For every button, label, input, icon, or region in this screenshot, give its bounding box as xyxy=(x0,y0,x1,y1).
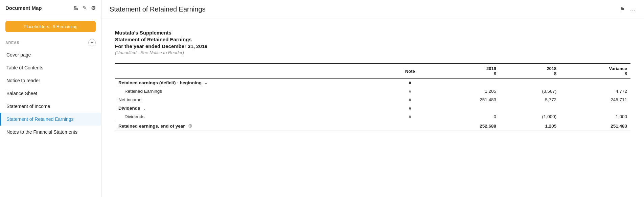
areas-header: AREAS + xyxy=(0,37,101,48)
statement-title: Statement of Retained Earnings xyxy=(115,37,630,42)
row-desc: Retained earnings (deficit) - beginning … xyxy=(115,79,387,87)
header-icons: ⚑ … xyxy=(620,6,636,13)
row-2018: (1,000) xyxy=(500,112,560,121)
row-desc: Dividends xyxy=(115,112,387,121)
row-note xyxy=(387,121,434,131)
table-row: Net income # 251,483 5,772 245,711 xyxy=(115,95,630,104)
table-header-row: Note 2019 $ 2018 $ Variance $ xyxy=(115,64,630,79)
row-2019 xyxy=(434,104,500,112)
row-note: # xyxy=(387,112,434,121)
row-variance: 245,711 xyxy=(560,95,630,104)
row-note: # xyxy=(387,95,434,104)
sidebar-header: Document Map 🖶 ✎ ⚙ xyxy=(0,0,101,16)
chevron-down-icon[interactable]: ⌄ xyxy=(204,81,207,85)
row-desc: Net income xyxy=(115,95,387,104)
row-2019: 251,483 xyxy=(434,95,500,104)
period: For the year ended December 31, 2019 xyxy=(115,43,630,49)
settings-icon[interactable]: ⚙ xyxy=(91,5,96,11)
add-area-button[interactable]: + xyxy=(88,39,96,46)
main-content: Statement of Retained Earnings ⚑ … Musta… xyxy=(101,0,644,197)
row-variance xyxy=(560,104,630,112)
row-2018 xyxy=(500,79,560,87)
areas-label: AREAS xyxy=(5,41,19,45)
table-row: Retained earnings (deficit) - beginning … xyxy=(115,79,630,87)
nav-list: Cover page Table of Contents Notice to r… xyxy=(0,48,101,138)
chevron-down-icon[interactable]: ⌄ xyxy=(143,106,146,110)
row-desc: Retained earnings, end of year ⊕ xyxy=(115,121,387,131)
flag-icon[interactable]: ⚑ xyxy=(620,6,625,13)
row-2018: 1,205 xyxy=(500,121,560,131)
row-variance: 251,483 xyxy=(560,121,630,131)
sidebar-title: Document Map xyxy=(5,5,69,11)
row-note: # xyxy=(387,104,434,112)
row-desc: Retained Earnings xyxy=(115,87,387,95)
row-2019 xyxy=(434,79,500,87)
row-2019: 0 xyxy=(434,112,500,121)
table-row: Dividends ⌄ # xyxy=(115,104,630,112)
sidebar-item-table-of-contents[interactable]: Table of Contents xyxy=(0,61,101,74)
col-header-2019: 2019 $ xyxy=(434,64,500,79)
sidebar-item-statement-of-income[interactable]: Statement of Income xyxy=(0,100,101,113)
row-note: # xyxy=(387,87,434,95)
table-row: Retained Earnings # 1,205 (3,567) 4,772 xyxy=(115,87,630,95)
row-variance: 1,000 xyxy=(560,112,630,121)
row-2019: 252,688 xyxy=(434,121,500,131)
col-header-note: Note xyxy=(387,64,434,79)
row-2019: 1,205 xyxy=(434,87,500,95)
row-2018: (3,567) xyxy=(500,87,560,95)
edit-icon[interactable]: ✎ xyxy=(83,5,87,11)
sidebar-item-notes-to-financial-statements[interactable]: Notes to the Financial Statements xyxy=(0,126,101,138)
sidebar-item-notice-to-reader[interactable]: Notice to reader xyxy=(0,74,101,87)
row-note: # xyxy=(387,79,434,87)
content-area: Mustafa's Supplements Statement of Retai… xyxy=(101,19,644,142)
col-header-2018: 2018 $ xyxy=(500,64,560,79)
table-row: Dividends # 0 (1,000) 1,000 xyxy=(115,112,630,121)
row-variance: 4,772 xyxy=(560,87,630,95)
main-header: Statement of Retained Earnings ⚑ … xyxy=(101,0,644,19)
placeholders-button[interactable]: Placeholders : 6 Remaining xyxy=(5,21,96,32)
sidebar: Document Map 🖶 ✎ ⚙ Placeholders : 6 Rema… xyxy=(0,0,101,197)
row-2018 xyxy=(500,104,560,112)
table-row: Retained earnings, end of year ⊕ 252,688… xyxy=(115,121,630,131)
row-2018: 5,772 xyxy=(500,95,560,104)
print-icon[interactable]: 🖶 xyxy=(73,5,78,11)
row-variance xyxy=(560,79,630,87)
unaudited-note: (Unaudited - See Notice to Reader) xyxy=(115,50,630,55)
add-row-icon[interactable]: ⊕ xyxy=(188,123,192,129)
col-header-desc xyxy=(115,64,387,79)
company-name: Mustafa's Supplements xyxy=(115,30,630,36)
row-desc: Dividends ⌄ xyxy=(115,104,387,112)
more-icon[interactable]: … xyxy=(630,6,636,13)
sidebar-item-cover-page[interactable]: Cover page xyxy=(0,48,101,61)
financial-table: Note 2019 $ 2018 $ Variance $ xyxy=(115,63,630,131)
col-header-variance: Variance $ xyxy=(560,64,630,79)
page-title: Statement of Retained Earnings xyxy=(110,5,206,13)
sidebar-item-balance-sheet[interactable]: Balance Sheet xyxy=(0,87,101,100)
sidebar-item-statement-of-retained-earnings[interactable]: Statement of Retained Earnings xyxy=(0,113,101,126)
